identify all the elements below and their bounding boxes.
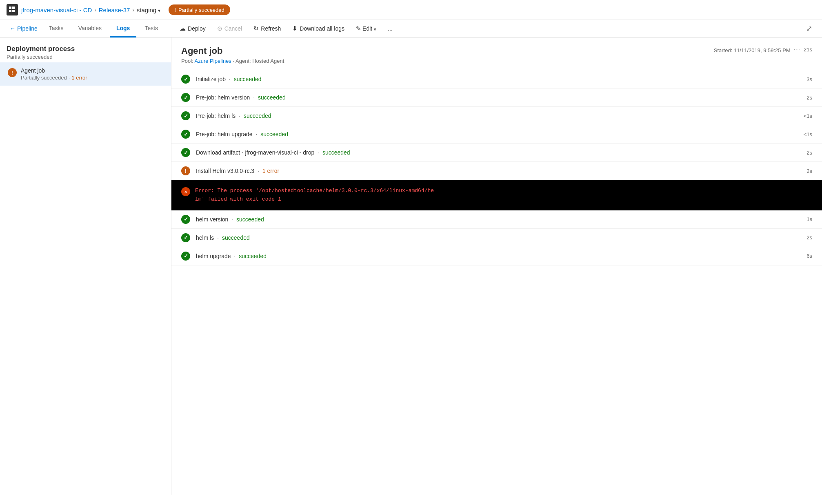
task-item[interactable]: Pre-job: helm upgrade · succeeded <1s xyxy=(171,125,822,144)
tab-tests[interactable]: Tests xyxy=(138,20,164,38)
agent-job-title: Agent job xyxy=(181,46,284,56)
task-name: Pre-job: helm ls · succeeded xyxy=(196,113,798,119)
tab-variables-label: Variables xyxy=(78,25,102,31)
svg-rect-0 xyxy=(9,7,11,9)
success-icon xyxy=(181,233,190,242)
task-duration: 2s xyxy=(806,234,812,241)
task-item[interactable]: Initialize job · succeeded 3s xyxy=(171,70,822,88)
task-status: succeeded xyxy=(234,76,262,82)
task-name: Initialize job · succeeded xyxy=(196,76,801,82)
back-label: Pipeline xyxy=(17,25,38,32)
task-name: Pre-job: helm version · succeeded xyxy=(196,94,801,101)
task-list: Initialize job · succeeded 3s Pre-job: h… xyxy=(171,70,822,265)
agent-started-text: Started: 11/11/2019, 9:59:25 PM xyxy=(714,47,791,53)
task-status: succeeded xyxy=(322,149,350,156)
agent-header-left: Agent job Pool: Azure Pipelines · Agent:… xyxy=(181,46,284,64)
success-icon xyxy=(181,130,190,139)
error-line-1: Error: The process '/opt/hostedtoolcache… xyxy=(195,187,434,195)
download-logs-button[interactable]: ⬇ Download all logs xyxy=(287,22,349,35)
refresh-button[interactable]: ↻ Refresh xyxy=(249,22,286,35)
back-button[interactable]: ← Pipeline xyxy=(7,20,41,37)
edit-label: Edit xyxy=(362,25,372,32)
pipeline-icon xyxy=(7,4,18,15)
task-status: succeeded xyxy=(239,253,267,259)
status-label: Partially succeeded xyxy=(178,7,224,13)
warning-icon xyxy=(181,166,190,175)
nav-right: ⤢ xyxy=(803,22,815,35)
task-item[interactable]: helm ls · succeeded 2s xyxy=(171,229,822,247)
more-button[interactable]: ... xyxy=(383,22,398,35)
tab-tests-label: Tests xyxy=(144,25,158,31)
cancel-label: Cancel xyxy=(224,25,242,32)
task-name: helm ls · succeeded xyxy=(196,234,801,241)
nav-left: ← Pipeline Tasks Variables Logs Tests xyxy=(7,20,164,37)
breadcrumb: jfrog-maven-visual-ci - CD › Release-37 … xyxy=(21,7,160,13)
deploy-button[interactable]: ☁ Deploy xyxy=(175,22,211,35)
agent-started: Started: 11/11/2019, 9:59:25 PM xyxy=(714,46,791,53)
task-duration: 2s xyxy=(806,168,812,174)
content-area: Agent job Pool: Azure Pipelines · Agent:… xyxy=(171,38,822,495)
deploy-label: Deploy xyxy=(188,25,206,32)
status-badge: ! Partially succeeded xyxy=(169,4,230,15)
edit-button[interactable]: ✎ Edit xyxy=(351,22,381,35)
task-item[interactable]: Pre-job: helm version · succeeded 2s xyxy=(171,88,822,107)
success-icon xyxy=(181,252,190,261)
sidebar-title: Deployment process xyxy=(7,45,164,53)
svg-rect-3 xyxy=(12,10,15,12)
tab-tasks[interactable]: Tasks xyxy=(42,20,70,38)
sidebar-item-agent-job[interactable]: ! Agent job Partially succeeded · 1 erro… xyxy=(0,62,171,86)
task-status: succeeded xyxy=(258,94,286,101)
stage-label: staging xyxy=(137,7,156,13)
sidebar-item-content: Agent job Partially succeeded · 1 error xyxy=(21,67,164,81)
task-duration: <1s xyxy=(804,113,812,119)
pencil-icon: ✎ xyxy=(356,25,361,32)
refresh-icon: ↻ xyxy=(253,25,259,32)
tab-logs[interactable]: Logs xyxy=(110,20,136,38)
sidebar-item-warning-icon: ! xyxy=(8,68,17,77)
tab-variables[interactable]: Variables xyxy=(72,20,108,38)
more-label: ... xyxy=(388,25,393,32)
task-duration: 6s xyxy=(806,253,812,259)
top-bar: jfrog-maven-visual-ci - CD › Release-37 … xyxy=(0,0,822,20)
task-name: helm version · succeeded xyxy=(196,216,801,223)
breadcrumb-sep-2: › xyxy=(132,7,134,13)
main-layout: Deployment process Partially succeeded !… xyxy=(0,38,822,495)
cancel-button[interactable]: ⊘ Cancel xyxy=(212,22,247,35)
sidebar-subtitle: Partially succeeded xyxy=(7,54,164,60)
agent-duration: 21s xyxy=(804,46,812,53)
agent-header-right: Started: 11/11/2019, 9:59:25 PM ··· 21s xyxy=(714,46,812,53)
nav-actions: ☁ Deploy ⊘ Cancel ↻ Refresh ⬇ Download a… xyxy=(175,22,398,35)
pool-label: Pool: xyxy=(181,58,193,64)
error-terminal-text: Error: The process '/opt/hostedtoolcache… xyxy=(195,187,434,204)
tab-tasks-label: Tasks xyxy=(49,25,64,31)
nav-bar: ← Pipeline Tasks Variables Logs Tests ☁ … xyxy=(0,20,822,38)
task-item[interactable]: Download artifact - jfrog-maven-visual-c… xyxy=(171,144,822,162)
task-duration: 1s xyxy=(806,216,812,222)
task-item[interactable]: Pre-job: helm ls · succeeded <1s xyxy=(171,107,822,125)
stage-dropdown[interactable]: staging xyxy=(137,7,160,13)
pool-name-link[interactable]: Azure Pipelines xyxy=(195,58,231,64)
breadcrumb-pipeline[interactable]: jfrog-maven-visual-ci - CD xyxy=(21,7,92,13)
task-item[interactable]: helm version · succeeded 1s xyxy=(171,210,822,229)
agent-more-button[interactable]: ··· xyxy=(794,46,800,53)
task-duration: 3s xyxy=(806,76,812,82)
download-label: Download all logs xyxy=(300,25,344,32)
breadcrumb-release[interactable]: Release-37 xyxy=(99,7,130,13)
refresh-label: Refresh xyxy=(261,25,281,32)
breadcrumb-sep-1: › xyxy=(94,7,96,13)
cancel-circle-icon: ⊘ xyxy=(217,25,222,32)
error-line-2: lm' failed with exit code 1 xyxy=(195,195,434,204)
task-status: succeeded xyxy=(244,113,271,119)
sidebar-item-error: 1 error xyxy=(71,75,87,81)
sidebar-item-status: Partially succeeded xyxy=(21,75,67,81)
task-item[interactable]: Install Helm v3.0.0-rc.3 · 1 error 2s xyxy=(171,162,822,180)
agent-job-header: Agent job Pool: Azure Pipelines · Agent:… xyxy=(171,38,822,70)
expand-button[interactable]: ⤢ xyxy=(803,22,815,35)
task-duration: 2s xyxy=(806,150,812,156)
status-warning-icon: ! xyxy=(174,7,176,13)
task-name: Download artifact - jfrog-maven-visual-c… xyxy=(196,149,801,156)
sidebar-header: Deployment process Partially succeeded xyxy=(0,38,171,62)
task-item[interactable]: helm upgrade · succeeded 6s xyxy=(171,247,822,265)
task-status: succeeded xyxy=(236,216,264,223)
sidebar: Deployment process Partially succeeded !… xyxy=(0,38,171,495)
